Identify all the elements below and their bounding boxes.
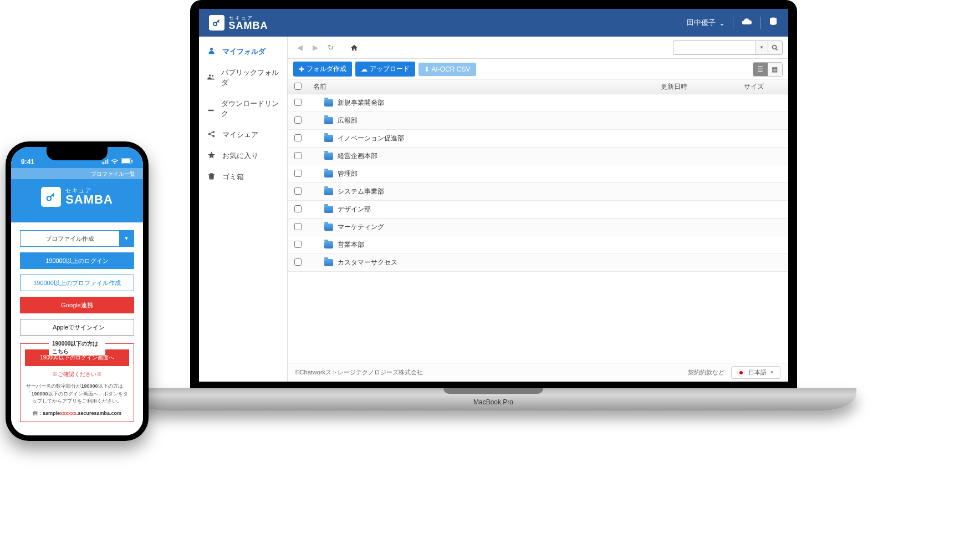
row-checkbox[interactable]	[294, 258, 302, 266]
table-row[interactable]: システム事業部	[288, 183, 788, 201]
apple-signin-label: Appleでサインイン	[53, 323, 105, 332]
login-190000-up-button[interactable]: 190000以上のログイン	[20, 252, 134, 269]
row-checkbox[interactable]	[294, 187, 302, 195]
row-checkbox[interactable]	[294, 223, 302, 230]
people-icon	[207, 73, 216, 83]
grid-view-button[interactable]: ▦	[768, 63, 782, 76]
folder-name: 経営企画本部	[338, 151, 377, 161]
refresh-button[interactable]: ↻	[324, 41, 338, 54]
create-folder-label: フォルダ作成	[307, 64, 346, 74]
svg-rect-10	[122, 159, 130, 163]
action-toolbar: ✚フォルダ作成 ☁アップロード ⬇AI-OCR CSV ☰ ▦	[288, 59, 788, 80]
folder-name: 新規事業開発部	[338, 98, 384, 108]
home-button[interactable]	[348, 41, 361, 54]
upload-button[interactable]: ☁アップロード	[355, 62, 415, 77]
download-icon	[207, 104, 216, 114]
row-checkbox[interactable]	[294, 205, 302, 212]
svg-point-6	[212, 131, 215, 133]
forward-button[interactable]: ▶	[309, 41, 322, 54]
app-header: セキュア SAMBA 田中優子 ⌄	[199, 9, 788, 37]
sidebar-item-2[interactable]: ダウンロードリンク	[199, 93, 287, 124]
macbook-screen: セキュア SAMBA 田中優子 ⌄ マイフォルダパブリックフォルダダウンロードリ…	[190, 0, 797, 388]
app-logo: セキュア SAMBA	[209, 15, 268, 31]
table-row[interactable]: 新規事業開発部	[288, 94, 788, 112]
plus-icon: ✚	[299, 65, 304, 73]
japan-flag-icon	[737, 369, 745, 377]
profile-create-combo[interactable]: プロファイル作成 ▼	[20, 230, 134, 247]
navigation-toolbar: ◀ ▶ ↻ ▼	[288, 37, 788, 59]
search-input[interactable]	[673, 40, 756, 55]
svg-point-0	[213, 22, 217, 26]
table-header: 名前 更新日時 サイズ	[288, 80, 788, 94]
ai-ocr-label: AI-OCR CSV	[432, 65, 471, 73]
table-row[interactable]: デザイン部	[288, 201, 788, 219]
search-button[interactable]	[768, 40, 783, 55]
table-row[interactable]: カスタマーサクセス	[288, 254, 788, 272]
profile-create-label: プロファイル作成	[21, 231, 119, 246]
app-window: セキュア SAMBA 田中優子 ⌄ マイフォルダパブリックフォルダダウンロードリ…	[199, 9, 788, 382]
back-button[interactable]: ◀	[293, 41, 307, 54]
svg-rect-11	[131, 160, 132, 163]
box-title: 190000以下の方はこちら	[49, 340, 105, 356]
table-row[interactable]: 経営企画本部	[288, 148, 788, 165]
column-date[interactable]: 更新日時	[661, 82, 744, 92]
google-link-button[interactable]: Google連携	[20, 297, 134, 313]
key-icon	[209, 15, 224, 31]
table-row[interactable]: イノベーション促進部	[288, 130, 788, 148]
row-checkbox[interactable]	[294, 99, 302, 106]
database-icon[interactable]	[768, 17, 778, 29]
folder-name: システム事業部	[338, 187, 384, 196]
wifi-icon	[111, 158, 119, 166]
table-row[interactable]: 広報部	[288, 112, 788, 130]
table-row[interactable]: 管理部	[288, 165, 788, 183]
folder-name: 管理部	[338, 169, 358, 179]
macbook-base: MacBook Pro	[130, 388, 856, 410]
search-dropdown[interactable]: ▼	[756, 40, 768, 55]
row-checkbox[interactable]	[294, 116, 302, 124]
sidebar-label: マイフォルダ	[222, 47, 266, 57]
profile-list-banner: プロファイル一覧	[11, 168, 143, 179]
folder-icon	[324, 188, 333, 195]
folder-name: カスタマーサクセス	[338, 258, 397, 267]
folder-name: イノベーション促進部	[338, 134, 404, 143]
chevron-down-icon: ▼	[119, 231, 134, 246]
sidebar-item-3[interactable]: マイシェア	[199, 124, 287, 145]
chevron-down-icon: ▼	[770, 370, 774, 375]
svg-point-8	[773, 45, 777, 49]
table-row[interactable]: マーケティング	[288, 219, 788, 236]
select-all-checkbox[interactable]	[294, 83, 302, 90]
search-group: ▼	[673, 40, 783, 55]
column-size[interactable]: サイズ	[744, 82, 788, 92]
sidebar-item-1[interactable]: パブリックフォルダ	[199, 62, 287, 93]
download-icon: ⬇	[424, 65, 430, 73]
folder-icon	[324, 135, 333, 142]
terms-link[interactable]: 契約約款など	[688, 368, 724, 377]
profile-190000-up-button[interactable]: 190000以上のプロファイル作成	[20, 275, 134, 291]
key-icon	[41, 187, 61, 207]
folder-icon	[324, 241, 333, 248]
logo-title: SAMBA	[229, 21, 268, 31]
user-menu[interactable]: 田中優子 ⌄	[687, 18, 725, 28]
sidebar-item-5[interactable]: ゴミ箱	[199, 166, 287, 187]
share-icon	[207, 130, 217, 140]
table-row[interactable]: 営業本部	[288, 236, 788, 254]
apple-signin-button[interactable]: Appleでサインイン	[20, 319, 134, 336]
cloud-icon[interactable]	[741, 16, 752, 30]
language-selector[interactable]: 日本語 ▼	[731, 366, 780, 379]
view-toggle: ☰ ▦	[753, 62, 783, 77]
row-checkbox[interactable]	[294, 170, 302, 177]
create-folder-button[interactable]: ✚フォルダ作成	[293, 62, 352, 77]
row-checkbox[interactable]	[294, 152, 302, 159]
iphone-frame: 9:41 ₊ıl プロファイル一覧 セキュア SAMBA プロファイル作成 ▼	[6, 141, 149, 441]
row-checkbox[interactable]	[294, 241, 302, 248]
column-name[interactable]: 名前	[309, 82, 661, 92]
warning-text: ※ご確認ください※	[25, 371, 129, 378]
user-name: 田中優子	[687, 18, 716, 28]
sidebar-item-4[interactable]: お気に入り	[199, 145, 287, 166]
iphone-notch	[47, 147, 108, 160]
list-view-button[interactable]: ☰	[753, 63, 768, 76]
folder-name: デザイン部	[338, 205, 371, 214]
row-checkbox[interactable]	[294, 134, 302, 141]
sidebar-item-0[interactable]: マイフォルダ	[199, 41, 287, 62]
ai-ocr-button[interactable]: ⬇AI-OCR CSV	[418, 63, 476, 76]
